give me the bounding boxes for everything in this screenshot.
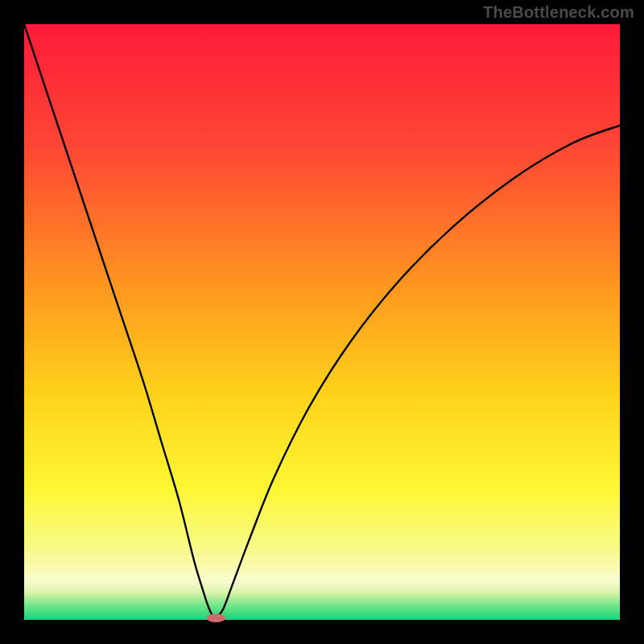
watermark-text: TheBottleneck.com: [483, 3, 634, 22]
plot-background: [24, 24, 620, 620]
chart-svg: [0, 0, 644, 644]
min-point-marker: [206, 614, 225, 622]
chart-frame: TheBottleneck.com: [0, 0, 644, 644]
